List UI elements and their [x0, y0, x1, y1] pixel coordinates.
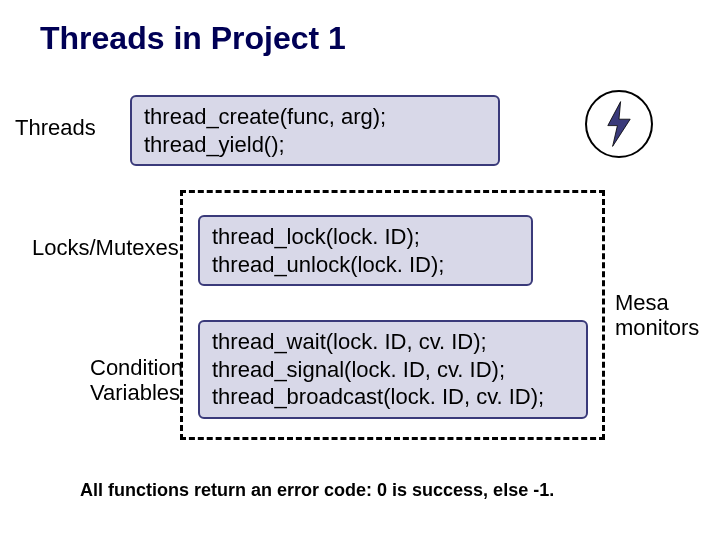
- code-line: thread_broadcast(lock. ID, cv. ID);: [212, 383, 574, 411]
- slide-title: Threads in Project 1: [40, 20, 346, 57]
- code-line: thread_create(func, arg);: [144, 103, 486, 131]
- footer-note: All functions return an error code: 0 is…: [80, 480, 554, 501]
- condvar-code-box: thread_wait(lock. ID, cv. ID); thread_si…: [198, 320, 588, 419]
- condvar-label-line2: Variables: [90, 380, 183, 405]
- mesa-label-line2: monitors: [615, 315, 699, 340]
- code-line: thread_yield();: [144, 131, 486, 159]
- threads-label: Threads: [15, 115, 96, 141]
- condvar-label-line1: Condition: [90, 355, 183, 380]
- code-line: thread_signal(lock. ID, cv. ID);: [212, 356, 574, 384]
- mesa-monitors-label: Mesa monitors: [615, 290, 699, 341]
- mesa-label-line1: Mesa: [615, 290, 699, 315]
- locks-code-box: thread_lock(lock. ID); thread_unlock(loc…: [198, 215, 533, 286]
- code-line: thread_unlock(lock. ID);: [212, 251, 519, 279]
- lightning-icon: [585, 90, 653, 158]
- svg-marker-0: [608, 102, 630, 147]
- condvar-label: Condition Variables: [90, 355, 183, 406]
- locks-label: Locks/Mutexes: [32, 235, 179, 261]
- threads-code-box: thread_create(func, arg); thread_yield()…: [130, 95, 500, 166]
- code-line: thread_wait(lock. ID, cv. ID);: [212, 328, 574, 356]
- code-line: thread_lock(lock. ID);: [212, 223, 519, 251]
